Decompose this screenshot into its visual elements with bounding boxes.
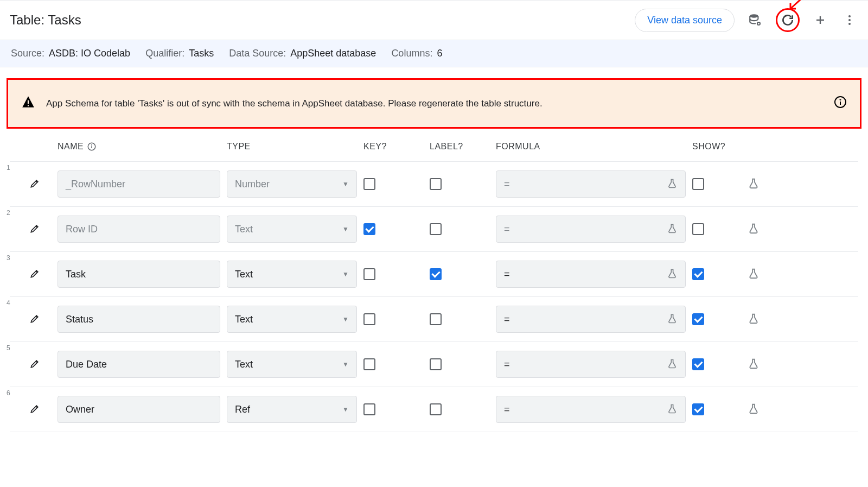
column-name-field[interactable]: _RowNumber bbox=[58, 170, 220, 198]
row-number: 4 bbox=[7, 299, 20, 307]
refresh-highlight bbox=[776, 8, 800, 32]
col-type-header: TYPE bbox=[227, 142, 251, 151]
edit-icon[interactable] bbox=[29, 313, 51, 326]
label-checkbox[interactable] bbox=[430, 403, 442, 415]
regenerate-icon[interactable] bbox=[779, 11, 796, 29]
qualifier-value: Tasks bbox=[189, 48, 214, 59]
edit-icon[interactable] bbox=[29, 268, 51, 281]
col-key-header: KEY? bbox=[363, 142, 387, 151]
show-checkbox[interactable] bbox=[692, 223, 704, 235]
key-checkbox[interactable] bbox=[363, 313, 375, 325]
col-formula-header: FORMULA bbox=[496, 142, 540, 151]
table-header: Table: Tasks View data source bbox=[0, 1, 868, 40]
column-type-select[interactable]: Text▼ bbox=[227, 261, 357, 288]
formula-field[interactable]: = bbox=[496, 261, 686, 288]
edit-icon[interactable] bbox=[29, 178, 51, 191]
row-number: 1 bbox=[7, 164, 20, 172]
label-checkbox[interactable] bbox=[430, 313, 442, 325]
formula-field[interactable]: = bbox=[496, 351, 686, 378]
col-label-header: LABEL? bbox=[430, 142, 463, 151]
label-checkbox[interactable] bbox=[430, 358, 442, 370]
column-name-field[interactable]: Due Date bbox=[58, 351, 220, 378]
svg-point-9 bbox=[840, 99, 841, 100]
flask-icon[interactable] bbox=[748, 313, 760, 326]
column-name-field[interactable]: Owner bbox=[58, 396, 220, 423]
flask-icon bbox=[667, 223, 678, 236]
source-value: ASDB: IO Codelab bbox=[49, 48, 130, 59]
key-checkbox[interactable] bbox=[363, 403, 375, 415]
row-number: 2 bbox=[7, 209, 20, 217]
flask-icon bbox=[667, 403, 678, 416]
column-type-select[interactable]: Number▼ bbox=[227, 170, 357, 198]
column-row: 1_RowNumberNumber▼= bbox=[10, 162, 858, 207]
info-outline-icon bbox=[87, 142, 97, 151]
column-type-select[interactable]: Text▼ bbox=[227, 216, 357, 243]
row-number: 5 bbox=[7, 344, 20, 352]
formula-field[interactable]: = bbox=[496, 306, 686, 333]
warning-text: App Schema for table 'Tasks' is out of s… bbox=[46, 98, 823, 109]
svg-rect-6 bbox=[28, 105, 29, 106]
label-checkbox[interactable] bbox=[430, 178, 442, 190]
edit-icon[interactable] bbox=[29, 223, 51, 236]
add-icon[interactable] bbox=[812, 11, 829, 29]
column-row: 4StatusText▼= bbox=[10, 297, 858, 342]
flask-icon[interactable] bbox=[748, 358, 760, 371]
svg-rect-5 bbox=[28, 100, 29, 104]
svg-point-0 bbox=[750, 14, 758, 18]
data-settings-icon[interactable] bbox=[746, 11, 764, 29]
more-icon[interactable] bbox=[841, 11, 858, 29]
svg-point-1 bbox=[757, 22, 760, 25]
columns-header-row: NAME TYPE KEY? LABEL? FORMULA SHOW? bbox=[10, 142, 858, 162]
formula-field[interactable]: = bbox=[496, 216, 686, 243]
view-data-source-button[interactable]: View data source bbox=[635, 9, 735, 32]
formula-field[interactable]: = bbox=[496, 396, 686, 423]
datasource-label: Data Source: bbox=[229, 48, 286, 59]
column-name-field[interactable]: Status bbox=[58, 306, 220, 333]
show-checkbox[interactable] bbox=[692, 313, 704, 325]
edit-icon[interactable] bbox=[29, 358, 51, 371]
show-checkbox[interactable] bbox=[692, 403, 704, 415]
flask-icon[interactable] bbox=[748, 403, 760, 416]
annotation-arrow-icon bbox=[785, 0, 803, 12]
column-type-select[interactable]: Text▼ bbox=[227, 351, 357, 378]
flask-icon bbox=[667, 268, 678, 281]
flask-icon bbox=[667, 178, 678, 191]
column-type-select[interactable]: Ref▼ bbox=[227, 396, 357, 423]
column-name-field[interactable]: Row ID bbox=[58, 216, 220, 243]
col-show-header: SHOW? bbox=[692, 142, 725, 151]
table-info-strip: Source:ASDB: IO Codelab Qualifier:Tasks … bbox=[0, 40, 868, 67]
column-type-select[interactable]: Text▼ bbox=[227, 306, 357, 333]
schema-warning-banner: App Schema for table 'Tasks' is out of s… bbox=[7, 78, 861, 129]
svg-point-2 bbox=[848, 15, 851, 17]
warning-icon bbox=[21, 95, 35, 112]
flask-icon[interactable] bbox=[748, 178, 760, 191]
flask-icon bbox=[667, 313, 678, 326]
row-number: 6 bbox=[7, 389, 20, 397]
svg-point-12 bbox=[92, 145, 92, 146]
column-row: 3TaskText▼= bbox=[10, 252, 858, 297]
row-number: 3 bbox=[7, 254, 20, 262]
page-title: Table: Tasks bbox=[10, 12, 635, 28]
svg-point-3 bbox=[848, 19, 851, 21]
column-row: 5Due DateText▼= bbox=[10, 342, 858, 387]
column-row: 2Row IDText▼= bbox=[10, 207, 858, 252]
show-checkbox[interactable] bbox=[692, 358, 704, 370]
key-checkbox[interactable] bbox=[363, 178, 375, 190]
show-checkbox[interactable] bbox=[692, 268, 704, 280]
qualifier-label: Qualifier: bbox=[145, 48, 184, 59]
flask-icon[interactable] bbox=[748, 223, 760, 236]
key-checkbox[interactable] bbox=[363, 358, 375, 370]
datasource-value: AppSheet database bbox=[290, 48, 376, 59]
column-name-field[interactable]: Task bbox=[58, 261, 220, 288]
label-checkbox[interactable] bbox=[430, 268, 442, 280]
columns-value: 6 bbox=[437, 48, 442, 59]
column-row: 6OwnerRef▼= bbox=[10, 387, 858, 432]
flask-icon[interactable] bbox=[748, 268, 760, 281]
label-checkbox[interactable] bbox=[430, 223, 442, 235]
key-checkbox[interactable] bbox=[363, 223, 375, 235]
key-checkbox[interactable] bbox=[363, 268, 375, 280]
edit-icon[interactable] bbox=[29, 403, 51, 416]
show-checkbox[interactable] bbox=[692, 178, 704, 190]
formula-field[interactable]: = bbox=[496, 170, 686, 198]
info-icon[interactable] bbox=[834, 96, 847, 111]
